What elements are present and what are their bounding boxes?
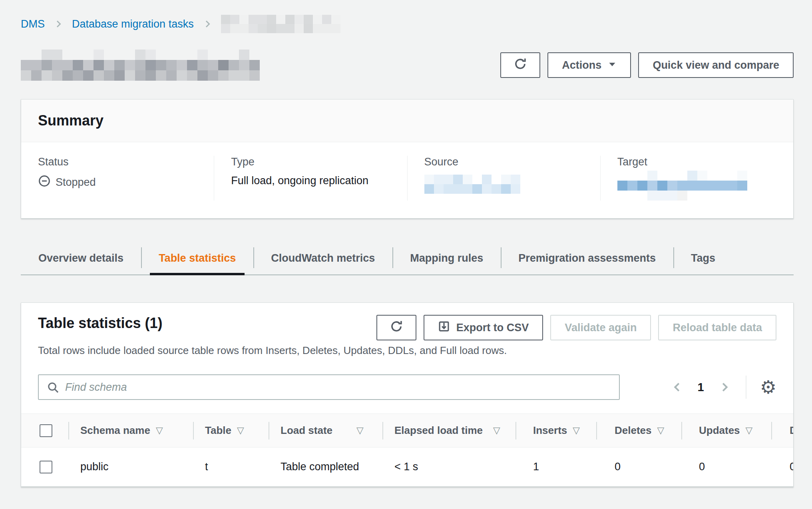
refresh-icon <box>390 320 403 336</box>
select-all-checkbox[interactable] <box>40 424 52 437</box>
row-checkbox[interactable] <box>40 461 52 473</box>
table-tools-row: 1 ⚙ <box>21 357 793 414</box>
column-header-load-state[interactable]: Load state▽ <box>269 414 382 447</box>
current-page-number: 1 <box>696 381 706 394</box>
status-label: Status <box>38 156 202 168</box>
actions-button[interactable]: Actions <box>547 52 631 78</box>
table-statistics-title: Table statistics (1) <box>38 315 162 332</box>
table-statistics-description: Total rows include loaded source table r… <box>21 340 793 357</box>
sort-icon: ▽ <box>746 425 753 436</box>
column-header-deletes[interactable]: Deletes▽ <box>596 414 681 447</box>
sort-icon: ▽ <box>156 425 163 436</box>
caret-down-icon <box>608 59 617 72</box>
cell-table: t <box>193 447 269 486</box>
tab-table-statistics[interactable]: Table statistics <box>141 242 253 274</box>
summary-card-header: Summary <box>21 99 793 142</box>
table-statistics-actions: Export to CSV Validate again Reload tabl… <box>376 315 776 340</box>
sort-icon: ▽ <box>493 425 500 436</box>
quick-view-compare-button[interactable]: Quick view and compare <box>638 52 794 78</box>
validate-again-button[interactable]: Validate again <box>550 315 651 340</box>
previous-page-button[interactable] <box>670 380 685 395</box>
refresh-icon <box>513 57 527 74</box>
tab-mapping-rules[interactable]: Mapping rules <box>392 242 501 274</box>
column-header-updates[interactable]: Updates▽ <box>681 414 771 447</box>
column-header-inserts[interactable]: Inserts▽ <box>515 414 596 447</box>
sort-icon: ▽ <box>237 425 244 436</box>
table-header-row: Schema name▽ Table▽ Load state▽ Elapsed … <box>21 414 794 447</box>
source-label: Source <box>424 156 588 168</box>
refresh-button[interactable] <box>500 52 540 78</box>
page-title-redacted <box>21 50 260 81</box>
summary-target-field: Target <box>600 156 793 201</box>
target-endpoint-link-redacted[interactable] <box>617 171 747 201</box>
cell-elapsed-load-time: < 1 s <box>382 447 515 486</box>
cell-deletes: 0 <box>596 447 681 486</box>
target-label: Target <box>617 156 781 168</box>
cell-schema-name: public <box>68 447 193 486</box>
breadcrumb-current-redacted <box>221 15 340 33</box>
search-icon <box>47 381 60 396</box>
next-page-button[interactable] <box>717 380 732 395</box>
sort-icon: ▽ <box>356 425 364 436</box>
status-value: Stopped <box>56 176 96 189</box>
summary-type-field: Type Full load, ongoing replication <box>214 156 407 201</box>
type-value: Full load, ongoing replication <box>231 175 395 187</box>
summary-body: Status Stopped Type Full load, ongoing r… <box>21 142 793 218</box>
tab-overview-details[interactable]: Overview details <box>21 242 141 274</box>
dms-task-page: DMS Database migration tasks Actions <box>0 0 812 487</box>
download-icon <box>438 320 450 335</box>
export-to-csv-label: Export to CSV <box>456 322 529 334</box>
table-preferences-gear-icon[interactable]: ⚙ <box>760 378 776 396</box>
column-header-ddls-clipped[interactable]: D <box>771 414 794 447</box>
type-label: Type <box>231 156 395 168</box>
export-to-csv-button[interactable]: Export to CSV <box>424 315 543 340</box>
pagination: 1 ⚙ <box>670 376 776 399</box>
column-header-table[interactable]: Table▽ <box>193 414 269 447</box>
summary-title: Summary <box>38 112 776 129</box>
cell-updates: 0 <box>681 447 771 486</box>
column-header-schema-name[interactable]: Schema name▽ <box>68 414 193 447</box>
find-schema-input[interactable] <box>38 374 620 400</box>
table-row: public t Table completed < 1 s 1 0 0 0 <box>21 447 794 487</box>
cell-inserts: 1 <box>515 447 596 486</box>
tab-premigration-assessments[interactable]: Premigration assessments <box>501 242 673 274</box>
cell-load-state: Table completed <box>269 447 382 486</box>
header-actions: Actions Quick view and compare <box>500 52 794 78</box>
validate-again-label: Validate again <box>565 322 637 334</box>
source-endpoint-link-redacted[interactable] <box>424 175 520 194</box>
reload-table-data-button[interactable]: Reload table data <box>658 315 776 340</box>
actions-button-label: Actions <box>562 59 601 72</box>
quick-view-compare-label: Quick view and compare <box>653 59 779 72</box>
breadcrumb-link-dms[interactable]: DMS <box>21 18 45 30</box>
column-header-elapsed-load-time[interactable]: Elapsed load time▽ <box>382 414 515 447</box>
reload-table-data-label: Reload table data <box>673 322 762 334</box>
chevron-right-icon <box>54 19 63 29</box>
tab-tags[interactable]: Tags <box>673 242 733 274</box>
summary-card: Summary Status Stopped Type Full load, o… <box>21 99 794 219</box>
schema-search <box>38 374 620 400</box>
breadcrumb-link-tasks[interactable]: Database migration tasks <box>72 18 194 30</box>
chevron-right-icon <box>203 19 212 29</box>
table-statistics-panel: Table statistics (1) <box>21 302 794 487</box>
summary-source-field: Source <box>407 156 600 201</box>
sort-icon: ▽ <box>573 425 580 436</box>
sort-icon: ▽ <box>657 425 665 436</box>
stopped-icon <box>38 175 51 190</box>
table-statistics-table: Schema name▽ Table▽ Load state▽ Elapsed … <box>21 414 794 487</box>
table-refresh-button[interactable] <box>376 315 416 340</box>
summary-status-field: Status Stopped <box>21 156 214 201</box>
page-header: Actions Quick view and compare <box>21 50 794 81</box>
task-detail-tabs: Overview details Table statistics CloudW… <box>21 242 794 275</box>
tab-cloudwatch-metrics[interactable]: CloudWatch metrics <box>253 242 392 274</box>
breadcrumb: DMS Database migration tasks <box>21 14 794 34</box>
pager-divider <box>746 376 746 399</box>
cell-ddls-clipped: 0 <box>771 447 794 486</box>
